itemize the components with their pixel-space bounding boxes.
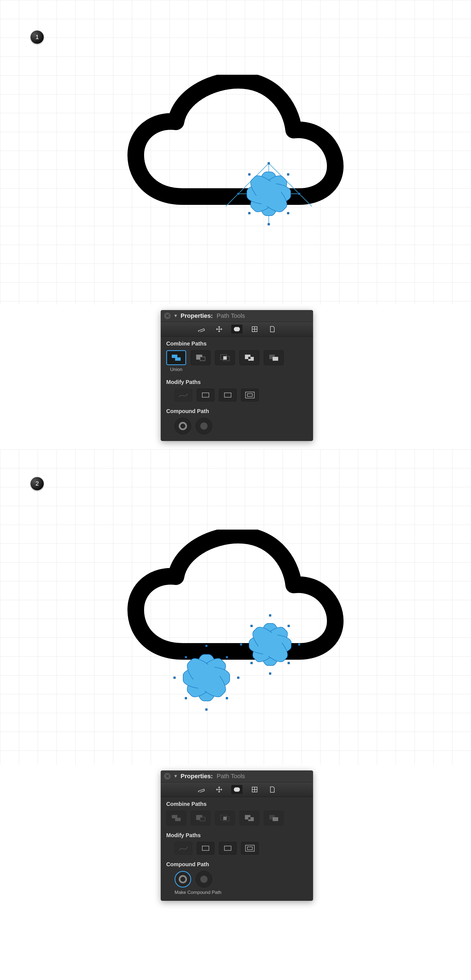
make-compound-button[interactable]: [174, 871, 191, 888]
properties-panel[interactable]: ✕ ▼ Properties: Path Tools: [161, 770, 313, 901]
anchor-point[interactable]: [287, 625, 290, 627]
anchor-point[interactable]: [185, 697, 187, 699]
svg-rect-13: [273, 357, 278, 361]
anchor-point[interactable]: [205, 645, 208, 647]
button-caption: Union: [170, 367, 182, 372]
snowflake-shape[interactable]: [238, 163, 299, 224]
anchor-point[interactable]: [268, 223, 270, 225]
anchor-point[interactable]: [298, 192, 300, 195]
subtract-button[interactable]: [191, 350, 211, 365]
snowflake-shape[interactable]: [241, 616, 299, 673]
section-label: Combine Paths: [166, 801, 308, 807]
anchor-point[interactable]: [287, 212, 289, 214]
step-2: 2: [0, 449, 471, 909]
exclude-button[interactable]: [239, 811, 259, 826]
section-label: Modify Paths: [166, 379, 308, 385]
smooth-button[interactable]: [174, 842, 192, 854]
svg-rect-23: [200, 817, 205, 821]
inset-path-button[interactable]: [241, 389, 259, 401]
panel-title: Properties:: [180, 773, 213, 780]
section-label: Combine Paths: [166, 340, 308, 347]
tab-ruler-icon[interactable]: [196, 785, 207, 794]
union-button[interactable]: [166, 811, 186, 826]
anchor-point[interactable]: [226, 656, 228, 658]
tab-move-icon[interactable]: [214, 325, 225, 334]
rect-path-button[interactable]: [197, 389, 214, 401]
inset-path-button[interactable]: [241, 842, 259, 854]
anchor-point[interactable]: [205, 708, 208, 711]
anchor-point[interactable]: [226, 697, 228, 699]
anchor-point[interactable]: [287, 173, 289, 175]
tab-page-icon[interactable]: [267, 325, 278, 334]
anchor-point[interactable]: [248, 212, 251, 214]
tab-grid-icon[interactable]: [249, 325, 260, 334]
panel-header[interactable]: ✕ ▼ Properties: Path Tools: [161, 310, 313, 322]
combine-paths-section: Combine Paths: [161, 797, 313, 828]
panel-tab-row: [161, 322, 313, 337]
section-label: Modify Paths: [166, 832, 308, 838]
svg-point-2: [235, 327, 240, 331]
subtract-button[interactable]: [191, 811, 211, 826]
release-compound-button[interactable]: [196, 418, 212, 434]
compound-path-section: Compound Path Make Compound Path: [161, 858, 313, 901]
panel-title: Properties:: [180, 312, 213, 320]
svg-rect-26: [223, 817, 227, 820]
rect-path-button-2[interactable]: [219, 842, 236, 854]
canvas[interactable]: 2: [0, 449, 471, 765]
tab-pathops-icon[interactable]: [232, 325, 243, 334]
step-1: 1: [0, 0, 471, 449]
svg-rect-14: [202, 393, 209, 397]
tab-page-icon[interactable]: [267, 785, 278, 794]
panel-area: ✕ ▼ Properties: Path Tools: [0, 304, 471, 449]
anchor-point[interactable]: [174, 676, 176, 679]
anchor-point[interactable]: [185, 656, 187, 658]
anchor-point[interactable]: [268, 162, 270, 164]
svg-rect-32: [202, 846, 209, 850]
canvas[interactable]: 1: [0, 0, 471, 304]
svg-rect-15: [224, 393, 231, 397]
tab-ruler-icon[interactable]: [196, 325, 207, 334]
close-icon[interactable]: ✕: [164, 773, 171, 780]
section-label: Compound Path: [166, 408, 308, 414]
anchor-point[interactable]: [248, 173, 251, 175]
intersect-button[interactable]: [215, 350, 235, 365]
cloud-icon[interactable]: [128, 75, 343, 219]
svg-rect-35: [247, 847, 252, 850]
svg-rect-8: [223, 356, 227, 360]
snowflake-shape[interactable]: [174, 646, 238, 710]
anchor-point[interactable]: [298, 643, 300, 646]
modify-paths-section: Modify Paths: [161, 828, 313, 858]
disclosure-triangle-icon[interactable]: ▼: [174, 774, 178, 779]
divide-button[interactable]: [264, 811, 284, 826]
section-label: Compound Path: [166, 861, 308, 868]
svg-rect-0: [198, 329, 205, 332]
panel-header[interactable]: ✕ ▼ Properties: Path Tools: [161, 770, 313, 782]
compound-path-section: Compound Path: [161, 404, 313, 441]
anchor-point[interactable]: [237, 676, 239, 679]
properties-panel[interactable]: ✕ ▼ Properties: Path Tools: [161, 310, 313, 441]
union-button[interactable]: [166, 350, 186, 365]
close-icon[interactable]: ✕: [164, 313, 171, 319]
anchor-point[interactable]: [237, 192, 239, 195]
anchor-point[interactable]: [287, 662, 290, 664]
exclude-button[interactable]: [239, 350, 259, 365]
anchor-point[interactable]: [251, 662, 253, 664]
panel-area: ✕ ▼ Properties: Path Tools: [0, 765, 471, 909]
intersect-button[interactable]: [215, 811, 235, 826]
anchor-point[interactable]: [269, 614, 271, 617]
tab-grid-icon[interactable]: [249, 785, 260, 794]
divide-button[interactable]: [264, 350, 284, 365]
tab-move-icon[interactable]: [214, 785, 225, 794]
release-compound-button[interactable]: [196, 871, 212, 888]
disclosure-triangle-icon[interactable]: ▼: [174, 313, 178, 318]
svg-rect-29: [248, 817, 251, 819]
anchor-point[interactable]: [269, 673, 271, 675]
anchor-point[interactable]: [240, 643, 242, 646]
tab-pathops-icon[interactable]: [232, 785, 243, 794]
panel-tab-row: [161, 782, 313, 797]
anchor-point[interactable]: [251, 625, 253, 627]
rect-path-button-2[interactable]: [219, 389, 236, 401]
make-compound-button[interactable]: [174, 418, 191, 434]
smooth-button[interactable]: [174, 389, 192, 401]
rect-path-button[interactable]: [197, 842, 214, 854]
